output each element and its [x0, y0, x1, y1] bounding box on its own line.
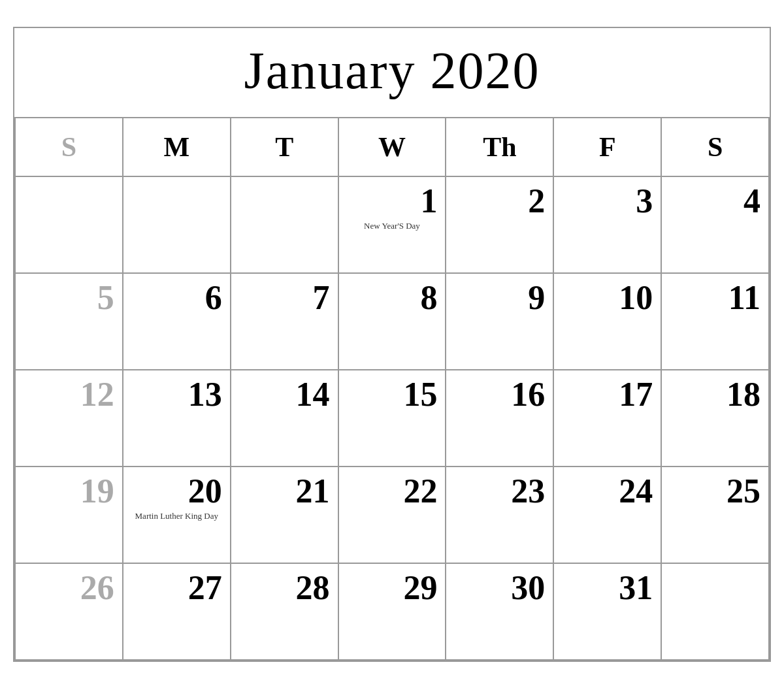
day-cell	[231, 177, 339, 274]
day-header: T	[231, 118, 339, 177]
day-cell: 7	[231, 274, 339, 370]
day-number: 2	[454, 182, 545, 220]
day-cell: 4	[662, 177, 770, 274]
day-cell: 29	[339, 564, 447, 661]
day-header: Th	[446, 118, 554, 177]
day-number: 4	[670, 182, 760, 220]
day-number: 27	[131, 569, 222, 606]
day-cell: 22	[339, 467, 447, 564]
day-number: 14	[239, 376, 330, 413]
day-header: M	[123, 118, 231, 177]
day-cell: 3	[554, 177, 662, 274]
day-cell	[16, 177, 123, 274]
holiday-label: Martin Luther King Day	[131, 511, 222, 522]
day-header: S	[662, 118, 770, 177]
day-number: 13	[131, 376, 222, 413]
day-cell: 8	[339, 274, 447, 370]
day-cell: 9	[446, 274, 554, 370]
day-number: 20	[131, 472, 222, 510]
day-number: 30	[454, 569, 545, 606]
day-number: 22	[347, 472, 438, 510]
day-cell: 2	[446, 177, 554, 274]
day-cell: 16	[446, 370, 554, 467]
day-header: S	[16, 118, 123, 177]
day-number: 23	[454, 472, 545, 510]
day-number: 29	[347, 569, 438, 606]
day-cell: 10	[554, 274, 662, 370]
day-cell: 21	[231, 467, 339, 564]
day-number: 9	[454, 279, 545, 316]
day-cell: 17	[554, 370, 662, 467]
day-number: 10	[562, 279, 653, 316]
day-number: 5	[24, 279, 114, 316]
day-cell: 23	[446, 467, 554, 564]
day-number: 1	[347, 182, 438, 220]
calendar-container: January 2020 SMTWThFS1New Year'S Day2345…	[13, 27, 771, 662]
day-number: 28	[239, 569, 330, 606]
day-cell: 31	[554, 564, 662, 661]
day-cell: 24	[554, 467, 662, 564]
day-cell: 28	[231, 564, 339, 661]
day-number: 15	[347, 376, 438, 413]
day-number: 16	[454, 376, 545, 413]
day-cell: 20Martin Luther King Day	[123, 467, 231, 564]
day-number: 26	[24, 569, 114, 606]
day-number: 19	[24, 472, 114, 510]
day-number: 7	[239, 279, 330, 316]
day-number: 3	[562, 182, 653, 220]
day-cell: 14	[231, 370, 339, 467]
day-number: 24	[562, 472, 653, 510]
day-number: 11	[670, 279, 760, 316]
calendar-title: January 2020	[14, 28, 770, 118]
day-cell: 11	[662, 274, 770, 370]
day-header: W	[339, 118, 447, 177]
day-number: 25	[670, 472, 760, 510]
day-cell: 12	[16, 370, 123, 467]
day-cell: 27	[123, 564, 231, 661]
day-cell: 6	[123, 274, 231, 370]
day-cell: 30	[446, 564, 554, 661]
day-number: 18	[670, 376, 760, 413]
day-cell: 5	[16, 274, 123, 370]
day-number: 21	[239, 472, 330, 510]
day-number: 6	[131, 279, 222, 316]
day-cell: 25	[662, 467, 770, 564]
day-number: 17	[562, 376, 653, 413]
day-cell	[662, 564, 770, 661]
day-cell: 13	[123, 370, 231, 467]
day-cell: 18	[662, 370, 770, 467]
day-number: 12	[24, 376, 114, 413]
day-cell: 15	[339, 370, 447, 467]
day-cell: 1New Year'S Day	[339, 177, 447, 274]
day-cell: 26	[16, 564, 123, 661]
calendar-grid: SMTWThFS1New Year'S Day23456789101112131…	[14, 118, 770, 661]
holiday-label: New Year'S Day	[347, 221, 438, 232]
day-cell: 19	[16, 467, 123, 564]
day-cell	[123, 177, 231, 274]
day-number: 31	[562, 569, 653, 606]
day-number: 8	[347, 279, 438, 316]
day-header: F	[554, 118, 662, 177]
